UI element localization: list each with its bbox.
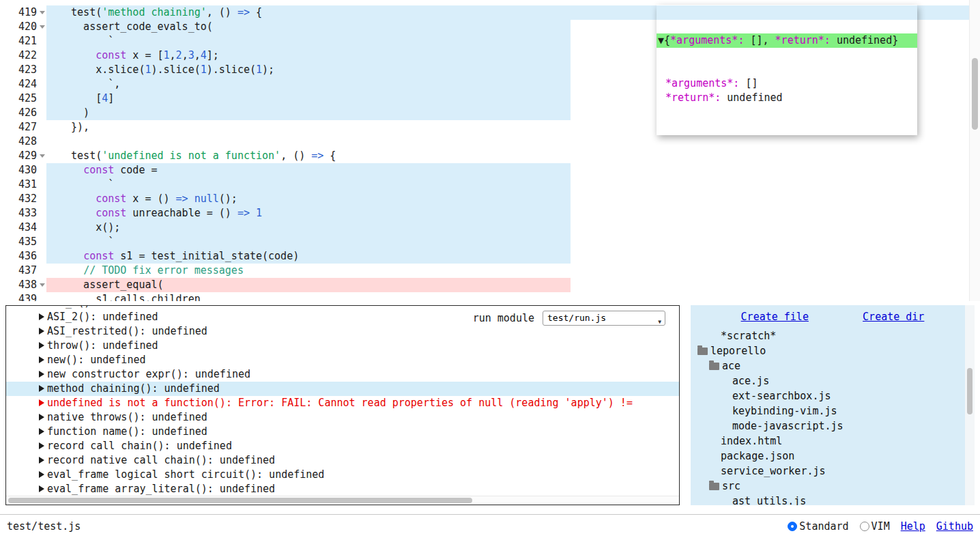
radio-vim-icon[interactable] [860, 522, 869, 531]
fold-marker-icon[interactable] [40, 11, 45, 14]
code-line[interactable]: 432 const x = () => null(); [0, 192, 969, 206]
test-result-item[interactable]: record native call chain(): undefined [6, 453, 679, 468]
code-token [188, 193, 194, 205]
editor-vertical-scrollbar[interactable] [969, 0, 980, 301]
code-line[interactable]: 437 // TODO fix error messages [0, 264, 969, 278]
code-line-content[interactable]: // TODO fix error messages [46, 264, 969, 278]
file-tree-folder[interactable]: ace [691, 358, 975, 373]
run-module-label: run module [473, 311, 534, 326]
file-tree-item[interactable]: service_worker.js [691, 464, 975, 479]
test-result-item[interactable]: ASI_restrited(): undefined [6, 324, 679, 339]
expand-triangle-icon[interactable] [39, 385, 44, 392]
file-tree-folder[interactable]: src [691, 479, 975, 494]
test-result-item[interactable]: function name(): undefined [6, 425, 679, 439]
test-result-text: ASI_restrited(): undefined [47, 325, 207, 337]
file-tree-item[interactable]: ast_utils.js [691, 494, 975, 505]
fold-marker-icon[interactable] [40, 283, 45, 287]
file-tree-item[interactable]: ext-searchbox.js [691, 388, 975, 404]
test-result-item[interactable]: eval_frame array_literal(): undefined [6, 482, 679, 496]
expand-triangle-icon[interactable] [39, 457, 44, 464]
test-result-item[interactable]: undefined is not a function(): Error: FA… [6, 396, 679, 410]
code-line-content[interactable]: ` [46, 178, 969, 192]
files-scrollbar-thumb[interactable] [967, 368, 972, 414]
tooltip-header[interactable]: ▼{*arguments*: [], *return*: undefined} [657, 33, 917, 48]
file-tree-item[interactable]: mode-javascript.js [691, 419, 975, 434]
expand-triangle-icon[interactable] [39, 442, 44, 449]
line-number: 437 [0, 264, 46, 278]
test-result-item[interactable]: eval_frame logical short circuit(): unde… [6, 468, 679, 482]
code-token: { [250, 6, 262, 18]
line-number-text: 426 [18, 107, 37, 119]
code-line-content[interactable]: assert_equal( [46, 278, 969, 292]
code-line[interactable]: 436 const s1 = test_initial_state(code) [0, 249, 969, 264]
results-scrollbar-thumb[interactable] [8, 498, 472, 503]
code-line[interactable]: 438 assert_equal( [0, 278, 969, 292]
file-tree-item[interactable]: ace.js [691, 373, 975, 388]
code-line-content[interactable]: const s1 = test_initial_state(code) [46, 249, 969, 264]
run-module-select[interactable]: test/run.js [543, 311, 665, 326]
file-name: keybinding-vim.js [732, 405, 837, 417]
test-result-item[interactable]: native throws(): undefined [6, 410, 679, 425]
code-line-content[interactable]: s1.calls.children [46, 292, 969, 301]
file-name: ast_utils.js [732, 495, 806, 505]
expand-triangle-icon[interactable] [39, 371, 44, 378]
expand-triangle-icon[interactable] [39, 428, 44, 435]
radio-standard-icon[interactable] [788, 522, 797, 531]
code-line-content[interactable]: x(); [46, 221, 969, 235]
file-tree-item[interactable]: *scratch* [691, 328, 975, 343]
test-result-text: undefined is not a function(): Error: FA… [47, 397, 633, 409]
expand-triangle-icon[interactable] [39, 356, 44, 363]
github-link[interactable]: Github [936, 520, 973, 533]
expand-triangle-icon[interactable] [39, 313, 44, 320]
test-result-item[interactable]: method chaining(): undefined [6, 382, 679, 396]
editor-scrollbar-thumb[interactable] [972, 58, 978, 130]
expand-triangle-icon[interactable] [39, 414, 44, 421]
code-line[interactable]: 435 ` [0, 235, 969, 249]
keybinding-standard-option[interactable]: Standard [788, 520, 848, 533]
code-line-content[interactable]: ` [46, 235, 969, 249]
file-name: leporello [710, 345, 766, 357]
code-line-content[interactable]: const code = [46, 163, 969, 178]
test-result-item[interactable]: throw(): undefined [6, 339, 679, 353]
test-result-item[interactable]: new(): undefined [6, 353, 679, 367]
expand-triangle-icon[interactable] [39, 399, 44, 406]
code-line[interactable]: 431 ` [0, 178, 969, 192]
code-line[interactable]: 433 const unreachable = () => 1 [0, 206, 969, 221]
expand-triangle-icon[interactable] [39, 342, 44, 349]
file-tree-folder[interactable]: leporello [691, 343, 975, 358]
fold-marker-icon[interactable] [40, 154, 45, 158]
results-horizontal-scrollbar[interactable] [6, 496, 679, 505]
code-line[interactable]: 428 [0, 134, 969, 149]
keybinding-vim-option[interactable]: VIM [860, 520, 890, 533]
line-number: 424 [0, 77, 46, 91]
line-highlight [46, 77, 571, 91]
help-link[interactable]: Help [901, 520, 925, 533]
expand-triangle-icon[interactable] [39, 471, 44, 478]
code-token: 4 [201, 49, 207, 61]
file-tree-item[interactable]: keybinding-vim.js [691, 404, 975, 419]
test-result-item[interactable]: ASI_1(): undefined [6, 305, 679, 310]
test-result-item[interactable]: record call chain(): undefined [6, 439, 679, 453]
code-line-content[interactable]: const x = () => null(); [46, 192, 969, 206]
expand-triangle-icon[interactable] [39, 485, 44, 492]
code-line[interactable]: 434 x(); [0, 221, 969, 235]
fold-marker-icon[interactable] [40, 25, 45, 29]
code-line-content[interactable]: test('undefined is not a function', () =… [46, 149, 969, 163]
file-tree-item[interactable]: index.html [691, 434, 975, 449]
code-line-content[interactable]: const unreachable = () => 1 [46, 206, 969, 221]
code-token: x = [ [126, 49, 163, 61]
code-line[interactable]: 439 s1.calls.children [0, 292, 969, 301]
files-vertical-scrollbar[interactable] [965, 305, 975, 505]
code-line[interactable]: 430 const code = [0, 163, 969, 178]
line-number: 426 [0, 106, 46, 120]
code-editor[interactable]: 419 test('method chaining', () => {420 a… [0, 0, 980, 301]
create-dir-link[interactable]: Create dir [863, 309, 924, 324]
code-line[interactable]: 429 test('undefined is not a function', … [0, 149, 969, 163]
file-tree-item[interactable]: package.json [691, 449, 975, 464]
code-line-content[interactable] [46, 134, 969, 149]
test-result-item[interactable]: new constructor expr(): undefined [6, 367, 679, 382]
expand-triangle-icon[interactable] [39, 328, 44, 335]
expand-triangle-icon[interactable] [39, 305, 44, 306]
create-file-link[interactable]: Create file [741, 309, 809, 324]
code-token: => [176, 193, 188, 205]
